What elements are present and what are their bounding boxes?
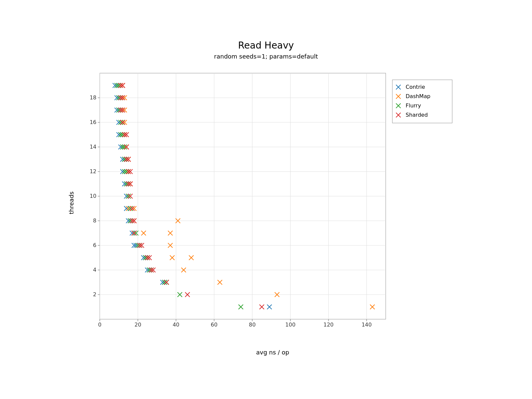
svg-text:20: 20 xyxy=(134,322,141,328)
chart-title: Read Heavy xyxy=(53,40,479,51)
svg-text:40: 40 xyxy=(173,322,179,328)
y-axis-label: threads xyxy=(68,192,75,214)
chart-subtitle: random seeds=1; params=default xyxy=(53,53,479,60)
svg-text:18: 18 xyxy=(90,94,96,101)
svg-text:80: 80 xyxy=(249,322,255,328)
svg-text:DashMap: DashMap xyxy=(406,93,430,99)
svg-text:4: 4 xyxy=(93,267,96,273)
scatter-plot: 02040608010012014024681012141618ContrieD… xyxy=(80,66,459,339)
svg-text:120: 120 xyxy=(324,322,334,328)
svg-text:16: 16 xyxy=(90,119,96,125)
svg-text:8: 8 xyxy=(93,217,96,224)
svg-text:10: 10 xyxy=(90,193,96,199)
chart-container: Read Heavy random seeds=1; params=defaul… xyxy=(53,40,479,359)
svg-text:Sharded: Sharded xyxy=(406,112,428,118)
svg-text:2: 2 xyxy=(93,291,96,298)
svg-text:100: 100 xyxy=(285,322,296,328)
chart-area: threads avg ns / op 02040608010012014024… xyxy=(80,66,466,339)
svg-text:6: 6 xyxy=(93,242,96,248)
svg-text:Flurry: Flurry xyxy=(406,102,421,109)
svg-text:Contrie: Contrie xyxy=(406,84,425,90)
svg-text:14: 14 xyxy=(90,144,96,150)
x-axis-label: avg ns / op xyxy=(256,349,289,356)
svg-text:60: 60 xyxy=(211,322,217,328)
svg-text:140: 140 xyxy=(361,322,372,328)
svg-text:12: 12 xyxy=(90,168,96,175)
svg-text:0: 0 xyxy=(98,322,101,328)
